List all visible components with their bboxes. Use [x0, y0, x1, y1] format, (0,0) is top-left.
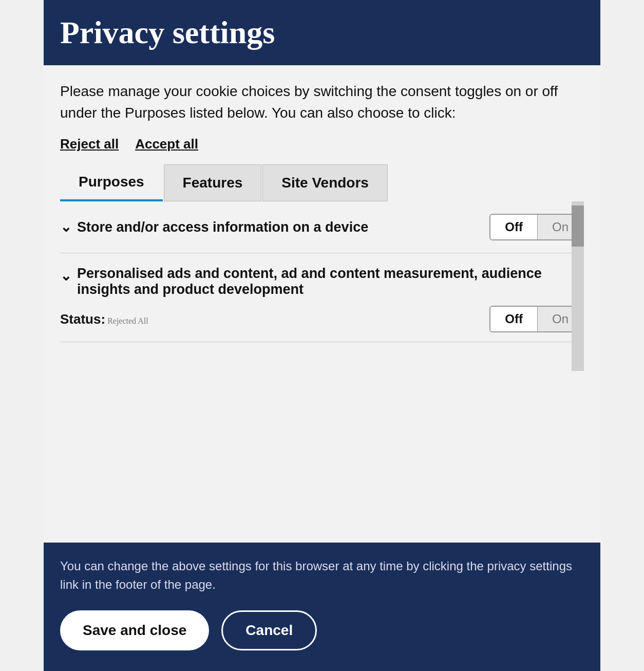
purpose-item-2: ⌄ Personalised ads and content, ad and c…: [60, 253, 584, 342]
tab-bar: Purposes Features Site Vendors: [60, 164, 584, 201]
tab-purposes[interactable]: Purposes: [60, 164, 163, 201]
toggle-switch-2: Off On: [489, 306, 584, 332]
tab-features[interactable]: Features: [164, 164, 262, 201]
toggle-off-1[interactable]: Off: [490, 215, 537, 239]
footer-buttons: Save and close Cancel: [60, 610, 584, 650]
modal-container: Privacy settings Please manage your cook…: [44, 0, 600, 671]
toggle-switch-1: Off On: [489, 214, 584, 240]
tab-site-vendors[interactable]: Site Vendors: [262, 164, 388, 201]
toggle-off-2[interactable]: Off: [490, 307, 537, 331]
purpose-header-1: ⌄ Store and/or access information on a d…: [60, 214, 584, 240]
scrollbar-track[interactable]: [572, 201, 584, 371]
purpose-header-2: ⌄ Personalised ads and content, ad and c…: [60, 266, 584, 297]
reject-all-button[interactable]: Reject all: [60, 136, 119, 152]
scrollbar-thumb[interactable]: [572, 206, 584, 247]
purpose-item-1: ⌄ Store and/or access information on a d…: [60, 201, 584, 253]
cancel-button[interactable]: Cancel: [221, 610, 317, 650]
purpose-title-1: ⌄ Store and/or access information on a d…: [60, 219, 368, 235]
status-text: Status: Rejected All: [60, 311, 148, 327]
quick-actions: Reject all Accept all: [60, 136, 584, 152]
footer: You can change the above settings for th…: [44, 543, 600, 671]
save-and-close-button[interactable]: Save and close: [60, 610, 209, 650]
header: Privacy settings: [44, 0, 600, 65]
footer-info-text: You can change the above settings for th…: [60, 557, 584, 594]
status-row: Status: Rejected All Off On: [60, 306, 584, 332]
page-title: Privacy settings: [60, 14, 584, 51]
purposes-list: ⌄ Store and/or access information on a d…: [60, 201, 584, 342]
purpose-title-2: ⌄ Personalised ads and content, ad and c…: [60, 266, 584, 297]
description-text: Please manage your cookie choices by swi…: [60, 81, 584, 124]
accept-all-button[interactable]: Accept all: [135, 136, 198, 152]
chevron-down-icon[interactable]: ⌄: [60, 219, 72, 235]
chevron-down-icon-2[interactable]: ⌄: [60, 268, 72, 284]
